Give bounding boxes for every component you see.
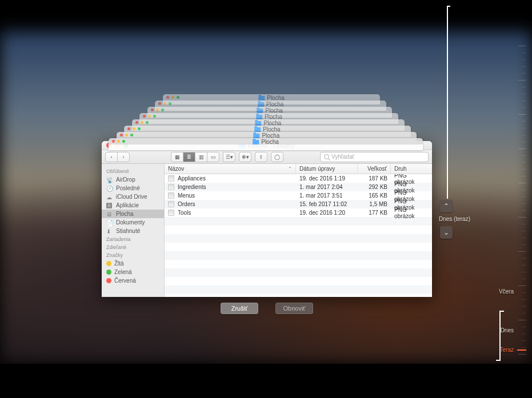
sidebar-tag-červená[interactable]: Červená xyxy=(102,276,164,285)
ruler-label-today: Dnes xyxy=(501,327,514,333)
sidebar-icon: ☁︎ xyxy=(106,194,113,200)
file-icon xyxy=(168,201,174,207)
sidebar: Obľúbené 📡AirDrop🕘Posledné☁︎iCloud Drive… xyxy=(102,164,165,297)
file-icon xyxy=(168,184,174,190)
timeline-back-button[interactable]: ⌃ xyxy=(440,200,453,212)
callout-line xyxy=(499,311,501,361)
sidebar-icon: 🅰︎ xyxy=(106,203,113,208)
action-button[interactable]: ✻▾ xyxy=(239,152,251,162)
back-button[interactable]: ‹ xyxy=(105,152,118,162)
table-row-empty xyxy=(165,243,432,251)
table-row-empty xyxy=(165,294,432,297)
sidebar-tag-zelená[interactable]: Zelená xyxy=(102,268,164,276)
finder-window: Plocha - Lokálny ‹ › ▦ ≣ ▥ ▭ ☰▾ ✻▾ ⇪ ◯ V… xyxy=(102,141,432,297)
tag-dot-icon xyxy=(106,261,111,266)
sidebar-item-label: Stiahnuté xyxy=(116,228,140,234)
sidebar-item-airdrop[interactable]: 📡AirDrop xyxy=(102,175,164,184)
timeline-forward-button[interactable]: ⌄ xyxy=(440,226,453,239)
arrange-button[interactable]: ☰▾ xyxy=(223,152,235,162)
sidebar-item-label: Dokumenty xyxy=(116,219,145,226)
column-name-label: Názov xyxy=(168,166,184,172)
column-view-button[interactable]: ▥ xyxy=(195,152,207,162)
file-size: 177 KB xyxy=(358,210,391,216)
restore-button[interactable]: Obnoviť xyxy=(275,303,313,314)
gallery-view-button[interactable]: ▭ xyxy=(207,152,219,162)
list-view-button[interactable]: ≣ xyxy=(183,152,195,162)
folder-icon xyxy=(254,134,260,138)
letterbox-top xyxy=(0,0,532,31)
ruler-label-yesterday: Včera xyxy=(499,288,514,295)
sidebar-item-label: iCloud Drive xyxy=(116,194,147,200)
timeline-ruler[interactable]: Včera Dnes Teraz xyxy=(516,46,526,355)
sidebar-icon: ⬇︎ xyxy=(106,228,113,234)
sidebar-tag-žltá[interactable]: Žltá xyxy=(102,259,164,268)
callout-line xyxy=(447,6,450,7)
letterbox-bottom xyxy=(0,364,532,398)
table-row[interactable]: Tools19. dec 2016 1:20177 KBPNG obrázok xyxy=(165,208,432,217)
sidebar-item-plocha[interactable]: 🖥Plocha xyxy=(102,210,164,218)
folder-icon xyxy=(254,127,261,132)
file-date: 1. mar 2017 3:51 xyxy=(296,192,358,199)
sidebar-icon: 📄 xyxy=(106,220,113,226)
table-row-empty xyxy=(165,268,432,277)
folder-icon xyxy=(257,108,263,113)
forward-button[interactable]: › xyxy=(117,152,130,162)
sidebar-section-shared: Zdieľané xyxy=(102,243,164,251)
table-row-empty xyxy=(165,260,432,268)
ruler-label-now: Teraz xyxy=(500,347,514,353)
column-size[interactable]: Veľkosť xyxy=(358,164,391,174)
file-size: 1,5 MB xyxy=(358,201,391,207)
column-name[interactable]: Názov ⌃ xyxy=(165,164,296,174)
column-date[interactable]: Dátum úpravy xyxy=(296,164,358,174)
folder-icon xyxy=(253,140,259,144)
file-size: 292 KB xyxy=(358,184,391,190)
file-name: Orders xyxy=(178,201,195,207)
sidebar-item-posledné[interactable]: 🕘Posledné xyxy=(102,184,164,192)
sidebar-item-dokumenty[interactable]: 📄Dokumenty xyxy=(102,218,164,227)
file-name: Ingredients xyxy=(178,184,206,190)
timeline-current-label: Dnes (teraz) xyxy=(439,216,470,222)
nav-buttons: ‹ › xyxy=(105,152,130,162)
sidebar-item-icloud drive[interactable]: ☁︎iCloud Drive xyxy=(102,192,164,201)
file-date: 1. mar 2017 2:04 xyxy=(296,184,358,190)
history-window[interactable]: Plocha xyxy=(109,138,423,150)
file-size: 165 KB xyxy=(358,192,391,199)
folder-icon xyxy=(256,115,262,119)
sidebar-section-tags: Značky xyxy=(102,251,164,259)
file-date: 19. dec 2016 1:20 xyxy=(296,210,358,216)
tag-dot-icon xyxy=(106,270,111,275)
sidebar-section-devices: Zariadenia xyxy=(102,235,164,243)
sidebar-icon: 🕘 xyxy=(106,186,113,191)
tags-button[interactable]: ◯ xyxy=(271,152,283,162)
arrange-group: ☰▾ xyxy=(223,152,235,162)
sidebar-icon: 📡 xyxy=(106,177,113,183)
column-kind[interactable]: Druh xyxy=(391,164,432,174)
sidebar-item-label: Plocha xyxy=(116,211,134,217)
sidebar-tag-label: Žltá xyxy=(114,260,124,267)
sidebar-item-label: Posledné xyxy=(116,185,140,191)
file-name: Menus xyxy=(178,192,195,199)
table-row-empty xyxy=(165,286,432,294)
callout-line xyxy=(447,6,448,199)
file-name: Appliances xyxy=(178,175,206,182)
sidebar-item-label: Aplikácie xyxy=(116,202,139,208)
table-row-empty xyxy=(165,226,432,234)
view-switcher: ▦ ≣ ▥ ▭ xyxy=(171,152,219,162)
share-button[interactable]: ⇪ xyxy=(255,152,267,162)
table-row-empty xyxy=(165,251,432,260)
sort-arrow-icon: ⌃ xyxy=(288,166,292,171)
folder-icon xyxy=(258,102,264,107)
file-size: 187 KB xyxy=(358,175,391,182)
table-row-empty xyxy=(165,234,432,243)
file-name: Tools xyxy=(178,210,191,216)
sidebar-item-aplikácie[interactable]: 🅰︎Aplikácie xyxy=(102,201,164,210)
sidebar-item-label: AirDrop xyxy=(116,176,135,183)
cancel-button[interactable]: Zrušiť xyxy=(221,303,258,314)
file-kind: PNG obrázok xyxy=(391,207,432,219)
sidebar-item-stiahnuté[interactable]: ⬇︎Stiahnuté xyxy=(102,227,164,235)
column-headers: Názov ⌃ Dátum úpravy Veľkosť Druh xyxy=(165,164,432,174)
search-icon xyxy=(324,154,329,159)
icon-view-button[interactable]: ▦ xyxy=(171,152,183,162)
search-field[interactable]: Vyhľadať xyxy=(320,152,429,162)
folder-icon xyxy=(258,96,265,100)
